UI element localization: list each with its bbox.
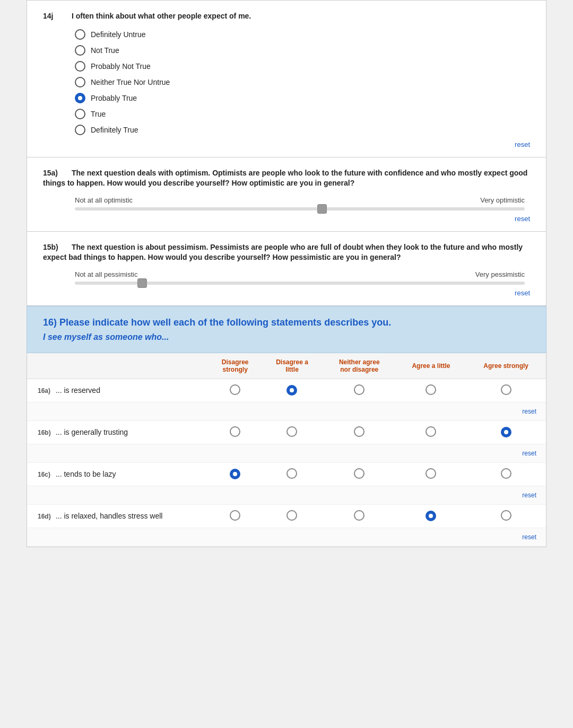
- radio-probably-not-true[interactable]: [75, 61, 85, 72]
- radio-16a-as[interactable]: [501, 384, 511, 395]
- question-15b-label: 15b) The next question is about pessimis…: [43, 242, 530, 263]
- q15b-slider-track[interactable]: [75, 282, 525, 285]
- radio-definitely-true[interactable]: [75, 125, 85, 135]
- row-16b-dl[interactable]: [262, 420, 323, 444]
- row-16b-num: 16b): [38, 429, 54, 436]
- q15a-left-label: Not at all optimistic: [75, 196, 133, 204]
- radio-16d-dl[interactable]: [286, 510, 297, 521]
- row-16c-n[interactable]: [323, 462, 396, 486]
- row-16a-al[interactable]: [396, 379, 466, 402]
- q15a-reset[interactable]: reset: [43, 215, 530, 223]
- radio-16a-n[interactable]: [354, 384, 364, 395]
- list-item[interactable]: Not True: [75, 45, 530, 56]
- radio-true[interactable]: [75, 109, 85, 119]
- row-16a-text: ... is reserved: [56, 386, 100, 394]
- q15a-slider-thumb[interactable]: [317, 204, 327, 214]
- list-item[interactable]: True: [75, 109, 530, 119]
- radio-definitely-untrue[interactable]: [75, 29, 85, 40]
- row-16c-as[interactable]: [466, 462, 546, 486]
- row-16d-statement: 16d) ... is relaxed, handles stress well: [27, 504, 209, 528]
- page-wrapper: 14j I often think about what other peopl…: [27, 0, 546, 547]
- radio-16b-dl[interactable]: [286, 426, 297, 437]
- section-16-table-section: Disagreestrongly Disagree alittle Neithe…: [27, 353, 546, 547]
- radio-16c-ds[interactable]: [230, 469, 240, 479]
- radio-16b-al[interactable]: [426, 426, 436, 437]
- q15b-slider-wrapper: [75, 282, 525, 285]
- row-16c-al[interactable]: [396, 462, 466, 486]
- radio-16a-al[interactable]: [426, 384, 436, 395]
- q15a-right-label: Very optimistic: [480, 196, 525, 204]
- radio-16b-as[interactable]: [501, 427, 511, 437]
- col-agree-little: Agree a little: [396, 353, 466, 379]
- row-16c-reset-cell: reset: [27, 486, 546, 504]
- row-16d-dl[interactable]: [262, 504, 323, 528]
- row-16a-as[interactable]: [466, 379, 546, 402]
- radio-16a-ds[interactable]: [230, 384, 240, 395]
- row-16a-reset[interactable]: reset: [31, 408, 542, 415]
- list-item[interactable]: Definitely Untrue: [75, 29, 530, 40]
- section-16-title: 16) Please indicate how well each of the…: [43, 317, 530, 328]
- row-16b-reset[interactable]: reset: [31, 450, 542, 457]
- question-15b: 15b) The next question is about pessimis…: [27, 232, 546, 306]
- radio-16c-n[interactable]: [354, 468, 364, 479]
- option-label: Definitely Untrue: [91, 30, 146, 39]
- question-14j-label: 14j I often think about what other peopl…: [43, 11, 530, 22]
- radio-16c-as[interactable]: [501, 468, 511, 479]
- col-agree-strongly: Agree strongly: [466, 353, 546, 379]
- row-16c-dl[interactable]: [262, 462, 323, 486]
- radio-16d-n[interactable]: [354, 510, 364, 521]
- radio-16b-ds[interactable]: [230, 426, 240, 437]
- radio-16c-dl[interactable]: [286, 468, 297, 479]
- q15b-left-label: Not at all pessimistic: [75, 270, 137, 278]
- row-16d-reset-row: reset: [27, 528, 546, 546]
- q15b-reset[interactable]: reset: [43, 289, 530, 297]
- list-item[interactable]: Neither True Nor Untrue: [75, 77, 530, 87]
- list-item[interactable]: Probably Not True: [75, 61, 530, 72]
- radio-neither-true-nor-untrue[interactable]: [75, 77, 85, 87]
- row-16b-ds[interactable]: [209, 420, 262, 444]
- radio-16a-dl[interactable]: [286, 385, 297, 396]
- row-16c-text: ... tends to be lazy: [56, 470, 116, 478]
- q14j-reset[interactable]: reset: [43, 141, 530, 148]
- row-16a-statement: 16a) ... is reserved: [27, 379, 209, 402]
- row-16a-num: 16a): [38, 387, 54, 394]
- row-16d-ds[interactable]: [209, 504, 262, 528]
- row-16d-al[interactable]: [396, 504, 466, 528]
- row-16d-text: ... is relaxed, handles stress well: [56, 512, 163, 520]
- radio-16c-al[interactable]: [426, 468, 436, 479]
- q15a-slider-track[interactable]: [75, 207, 525, 210]
- row-16a-ds[interactable]: [209, 379, 262, 402]
- q14j-num: 14j: [43, 11, 70, 22]
- table-row: 16c) ... tends to be lazy: [27, 462, 546, 486]
- row-16b-n[interactable]: [323, 420, 396, 444]
- row-16a-reset-cell: reset: [27, 402, 546, 420]
- row-16b-reset-cell: reset: [27, 444, 546, 462]
- radio-16d-al[interactable]: [426, 511, 436, 521]
- radio-probably-true[interactable]: [75, 93, 85, 103]
- list-item[interactable]: Definitely True: [75, 125, 530, 135]
- q15b-right-label: Very pessimistic: [475, 270, 525, 278]
- table-row: 16a) ... is reserved: [27, 379, 546, 402]
- row-16b-as[interactable]: [466, 420, 546, 444]
- col-statement: [27, 353, 209, 379]
- row-16c-reset[interactable]: reset: [31, 492, 542, 499]
- list-item[interactable]: Probably True: [75, 93, 530, 103]
- row-16d-as[interactable]: [466, 504, 546, 528]
- row-16c-ds[interactable]: [209, 462, 262, 486]
- radio-not-true[interactable]: [75, 45, 85, 56]
- row-16b-al[interactable]: [396, 420, 466, 444]
- radio-16b-n[interactable]: [354, 426, 364, 437]
- row-16d-n[interactable]: [323, 504, 396, 528]
- q15b-slider-labels: Not at all pessimistic Very pessimistic: [75, 270, 525, 278]
- option-label: True: [91, 110, 106, 118]
- row-16a-dl[interactable]: [262, 379, 323, 402]
- q15b-slider-thumb[interactable]: [137, 278, 147, 288]
- row-16d-reset[interactable]: reset: [31, 533, 542, 541]
- option-label: Probably Not True: [91, 62, 151, 71]
- col-neither: Neither agreenor disagree: [323, 353, 396, 379]
- radio-16d-ds[interactable]: [230, 510, 240, 521]
- q15a-num: 15a): [43, 168, 70, 179]
- row-16a-n[interactable]: [323, 379, 396, 402]
- q15a-text: The next question deals with optimism. O…: [43, 169, 527, 188]
- radio-16d-as[interactable]: [501, 510, 511, 521]
